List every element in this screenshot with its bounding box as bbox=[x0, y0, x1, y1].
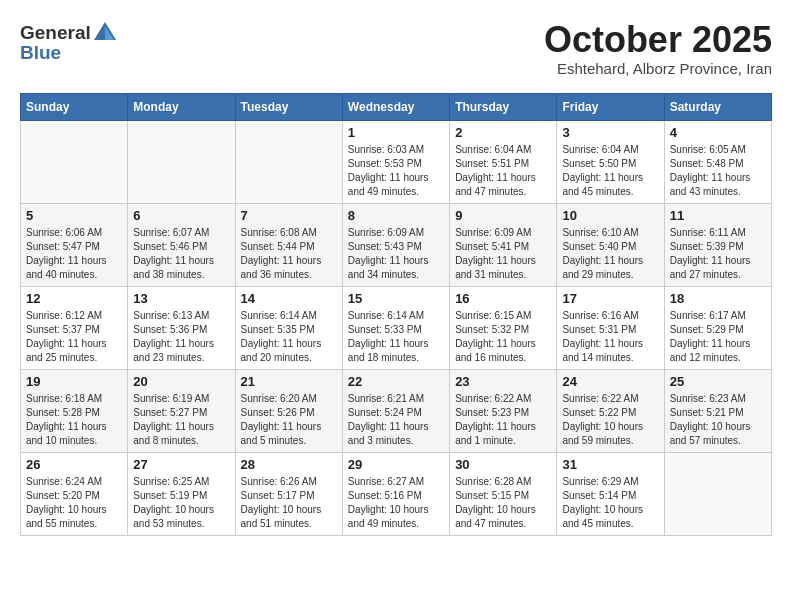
calendar-cell bbox=[21, 120, 128, 203]
day-info: Sunrise: 6:17 AM Sunset: 5:29 PM Dayligh… bbox=[670, 309, 766, 365]
day-info: Sunrise: 6:04 AM Sunset: 5:51 PM Dayligh… bbox=[455, 143, 551, 199]
calendar-cell: 16Sunrise: 6:15 AM Sunset: 5:32 PM Dayli… bbox=[450, 286, 557, 369]
calendar-cell bbox=[235, 120, 342, 203]
day-info: Sunrise: 6:10 AM Sunset: 5:40 PM Dayligh… bbox=[562, 226, 658, 282]
day-info: Sunrise: 6:21 AM Sunset: 5:24 PM Dayligh… bbox=[348, 392, 444, 448]
logo-text: General Blue bbox=[20, 20, 119, 64]
calendar-cell: 12Sunrise: 6:12 AM Sunset: 5:37 PM Dayli… bbox=[21, 286, 128, 369]
day-number: 13 bbox=[133, 291, 229, 306]
day-number: 26 bbox=[26, 457, 122, 472]
calendar-cell: 8Sunrise: 6:09 AM Sunset: 5:43 PM Daylig… bbox=[342, 203, 449, 286]
calendar-cell bbox=[128, 120, 235, 203]
calendar-cell: 2Sunrise: 6:04 AM Sunset: 5:51 PM Daylig… bbox=[450, 120, 557, 203]
day-number: 18 bbox=[670, 291, 766, 306]
day-number: 15 bbox=[348, 291, 444, 306]
day-number: 6 bbox=[133, 208, 229, 223]
day-info: Sunrise: 6:09 AM Sunset: 5:41 PM Dayligh… bbox=[455, 226, 551, 282]
logo-general: General bbox=[20, 22, 91, 44]
calendar-cell: 5Sunrise: 6:06 AM Sunset: 5:47 PM Daylig… bbox=[21, 203, 128, 286]
day-number: 7 bbox=[241, 208, 337, 223]
day-info: Sunrise: 6:08 AM Sunset: 5:44 PM Dayligh… bbox=[241, 226, 337, 282]
day-number: 3 bbox=[562, 125, 658, 140]
col-header-monday: Monday bbox=[128, 93, 235, 120]
day-info: Sunrise: 6:28 AM Sunset: 5:15 PM Dayligh… bbox=[455, 475, 551, 531]
calendar-cell bbox=[664, 452, 771, 535]
calendar-week-row: 12Sunrise: 6:12 AM Sunset: 5:37 PM Dayli… bbox=[21, 286, 772, 369]
day-info: Sunrise: 6:18 AM Sunset: 5:28 PM Dayligh… bbox=[26, 392, 122, 448]
calendar-table: SundayMondayTuesdayWednesdayThursdayFrid… bbox=[20, 93, 772, 536]
calendar-week-row: 26Sunrise: 6:24 AM Sunset: 5:20 PM Dayli… bbox=[21, 452, 772, 535]
calendar-cell: 20Sunrise: 6:19 AM Sunset: 5:27 PM Dayli… bbox=[128, 369, 235, 452]
day-number: 4 bbox=[670, 125, 766, 140]
day-number: 14 bbox=[241, 291, 337, 306]
day-number: 24 bbox=[562, 374, 658, 389]
calendar-cell: 4Sunrise: 6:05 AM Sunset: 5:48 PM Daylig… bbox=[664, 120, 771, 203]
calendar-cell: 7Sunrise: 6:08 AM Sunset: 5:44 PM Daylig… bbox=[235, 203, 342, 286]
day-info: Sunrise: 6:09 AM Sunset: 5:43 PM Dayligh… bbox=[348, 226, 444, 282]
calendar-cell: 23Sunrise: 6:22 AM Sunset: 5:23 PM Dayli… bbox=[450, 369, 557, 452]
calendar-week-row: 1Sunrise: 6:03 AM Sunset: 5:53 PM Daylig… bbox=[21, 120, 772, 203]
day-info: Sunrise: 6:07 AM Sunset: 5:46 PM Dayligh… bbox=[133, 226, 229, 282]
calendar-header-row: SundayMondayTuesdayWednesdayThursdayFrid… bbox=[21, 93, 772, 120]
day-info: Sunrise: 6:23 AM Sunset: 5:21 PM Dayligh… bbox=[670, 392, 766, 448]
day-number: 17 bbox=[562, 291, 658, 306]
day-number: 23 bbox=[455, 374, 551, 389]
day-info: Sunrise: 6:29 AM Sunset: 5:14 PM Dayligh… bbox=[562, 475, 658, 531]
day-number: 20 bbox=[133, 374, 229, 389]
day-number: 27 bbox=[133, 457, 229, 472]
day-number: 25 bbox=[670, 374, 766, 389]
day-number: 11 bbox=[670, 208, 766, 223]
logo-icon bbox=[92, 20, 118, 46]
day-info: Sunrise: 6:13 AM Sunset: 5:36 PM Dayligh… bbox=[133, 309, 229, 365]
col-header-tuesday: Tuesday bbox=[235, 93, 342, 120]
day-info: Sunrise: 6:25 AM Sunset: 5:19 PM Dayligh… bbox=[133, 475, 229, 531]
day-info: Sunrise: 6:14 AM Sunset: 5:35 PM Dayligh… bbox=[241, 309, 337, 365]
calendar-cell: 21Sunrise: 6:20 AM Sunset: 5:26 PM Dayli… bbox=[235, 369, 342, 452]
day-info: Sunrise: 6:15 AM Sunset: 5:32 PM Dayligh… bbox=[455, 309, 551, 365]
calendar-cell: 6Sunrise: 6:07 AM Sunset: 5:46 PM Daylig… bbox=[128, 203, 235, 286]
day-info: Sunrise: 6:03 AM Sunset: 5:53 PM Dayligh… bbox=[348, 143, 444, 199]
day-number: 16 bbox=[455, 291, 551, 306]
calendar-cell: 24Sunrise: 6:22 AM Sunset: 5:22 PM Dayli… bbox=[557, 369, 664, 452]
calendar-cell: 28Sunrise: 6:26 AM Sunset: 5:17 PM Dayli… bbox=[235, 452, 342, 535]
day-info: Sunrise: 6:22 AM Sunset: 5:23 PM Dayligh… bbox=[455, 392, 551, 448]
day-info: Sunrise: 6:22 AM Sunset: 5:22 PM Dayligh… bbox=[562, 392, 658, 448]
month-title: October 2025 bbox=[544, 20, 772, 60]
day-number: 12 bbox=[26, 291, 122, 306]
location-subtitle: Eshtehard, Alborz Province, Iran bbox=[544, 60, 772, 77]
calendar-cell: 30Sunrise: 6:28 AM Sunset: 5:15 PM Dayli… bbox=[450, 452, 557, 535]
calendar-cell: 14Sunrise: 6:14 AM Sunset: 5:35 PM Dayli… bbox=[235, 286, 342, 369]
calendar-cell: 19Sunrise: 6:18 AM Sunset: 5:28 PM Dayli… bbox=[21, 369, 128, 452]
col-header-saturday: Saturday bbox=[664, 93, 771, 120]
day-number: 29 bbox=[348, 457, 444, 472]
day-number: 9 bbox=[455, 208, 551, 223]
day-number: 8 bbox=[348, 208, 444, 223]
day-number: 1 bbox=[348, 125, 444, 140]
calendar-cell: 18Sunrise: 6:17 AM Sunset: 5:29 PM Dayli… bbox=[664, 286, 771, 369]
page-header: General Blue October 2025 Eshtehard, Alb… bbox=[20, 20, 772, 77]
calendar-week-row: 5Sunrise: 6:06 AM Sunset: 5:47 PM Daylig… bbox=[21, 203, 772, 286]
day-info: Sunrise: 6:26 AM Sunset: 5:17 PM Dayligh… bbox=[241, 475, 337, 531]
calendar-cell: 15Sunrise: 6:14 AM Sunset: 5:33 PM Dayli… bbox=[342, 286, 449, 369]
day-info: Sunrise: 6:11 AM Sunset: 5:39 PM Dayligh… bbox=[670, 226, 766, 282]
day-number: 31 bbox=[562, 457, 658, 472]
col-header-friday: Friday bbox=[557, 93, 664, 120]
calendar-cell: 17Sunrise: 6:16 AM Sunset: 5:31 PM Dayli… bbox=[557, 286, 664, 369]
day-number: 10 bbox=[562, 208, 658, 223]
logo: General Blue bbox=[20, 20, 119, 64]
calendar-cell: 9Sunrise: 6:09 AM Sunset: 5:41 PM Daylig… bbox=[450, 203, 557, 286]
calendar-cell: 31Sunrise: 6:29 AM Sunset: 5:14 PM Dayli… bbox=[557, 452, 664, 535]
day-info: Sunrise: 6:05 AM Sunset: 5:48 PM Dayligh… bbox=[670, 143, 766, 199]
day-number: 30 bbox=[455, 457, 551, 472]
day-info: Sunrise: 6:12 AM Sunset: 5:37 PM Dayligh… bbox=[26, 309, 122, 365]
day-info: Sunrise: 6:19 AM Sunset: 5:27 PM Dayligh… bbox=[133, 392, 229, 448]
day-number: 21 bbox=[241, 374, 337, 389]
calendar-cell: 29Sunrise: 6:27 AM Sunset: 5:16 PM Dayli… bbox=[342, 452, 449, 535]
day-info: Sunrise: 6:06 AM Sunset: 5:47 PM Dayligh… bbox=[26, 226, 122, 282]
col-header-wednesday: Wednesday bbox=[342, 93, 449, 120]
calendar-cell: 10Sunrise: 6:10 AM Sunset: 5:40 PM Dayli… bbox=[557, 203, 664, 286]
calendar-cell: 1Sunrise: 6:03 AM Sunset: 5:53 PM Daylig… bbox=[342, 120, 449, 203]
calendar-cell: 13Sunrise: 6:13 AM Sunset: 5:36 PM Dayli… bbox=[128, 286, 235, 369]
day-number: 22 bbox=[348, 374, 444, 389]
calendar-cell: 25Sunrise: 6:23 AM Sunset: 5:21 PM Dayli… bbox=[664, 369, 771, 452]
